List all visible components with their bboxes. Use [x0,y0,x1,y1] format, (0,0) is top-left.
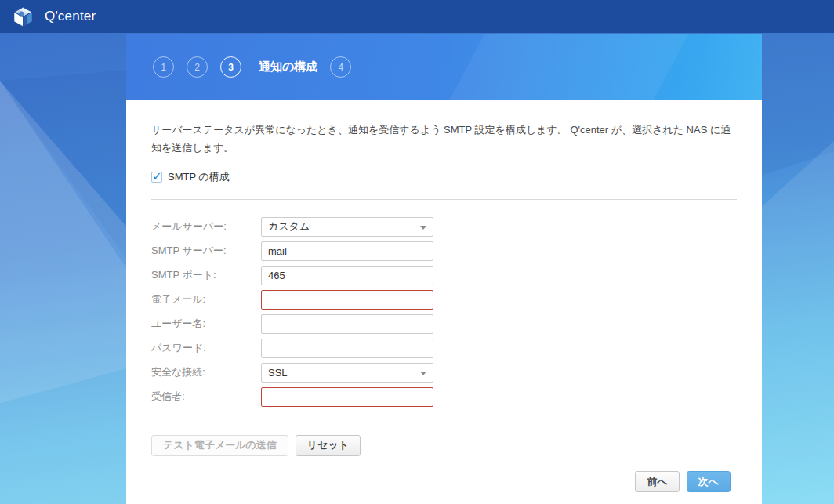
chevron-down-icon [420,372,426,375]
form-row-mail-server: メールサーバー: カスタム [151,217,737,237]
wizard-nav-buttons: 前へ 次へ [635,471,731,492]
password-input[interactable] [261,339,433,358]
step-number: 3 [228,62,234,73]
username-input[interactable] [261,314,433,334]
secure-connection-label: 安全な接続: [151,365,261,379]
checkbox-label: SMTP の構成 [168,170,230,184]
form-row-password: パスワード: [151,339,737,358]
next-button[interactable]: 次へ [687,471,731,492]
form-action-buttons: テスト電子メールの送信 リセット [151,435,737,456]
email-label: 電子メール: [151,292,261,306]
mail-server-label: メールサーバー: [151,219,261,234]
smtp-form: メールサーバー: カスタム SMTP サーバー: SMTP ポート: 電子メール… [151,217,737,407]
password-label: パスワード: [151,341,261,355]
wizard-step-3-active[interactable]: 3 [220,56,241,78]
step-number: 1 [161,62,166,73]
header-streak [435,34,697,100]
recipient-input[interactable] [261,387,433,407]
selected-value: SSL [268,367,288,379]
top-navbar: Q'center [0,0,834,33]
email-input[interactable] [261,290,433,310]
section-divider [151,199,737,200]
form-row-recipient: 受信者: [151,387,737,407]
form-row-username: ユーザー名: [151,314,737,334]
step-number: 4 [339,62,344,73]
wizard-body: サーバーステータスが異常になったとき、通知を受信するよう SMTP 設定を構成し… [126,100,762,504]
smtp-port-input[interactable] [261,266,433,285]
selected-value: カスタム [268,219,310,234]
reset-button[interactable]: リセット [296,435,361,456]
username-label: ユーザー名: [151,317,261,331]
wizard-step-4[interactable]: 4 [330,56,351,78]
mail-server-select[interactable]: カスタム [261,217,433,237]
form-row-email: 電子メール: [151,290,737,310]
setup-wizard-card: 1 2 3 通知の構成 4 サーバーステータスが異常になったとき、通知を受信する… [126,34,762,504]
current-step-title: 通知の構成 [259,60,317,74]
form-row-smtp-port: SMTP ポート: [151,266,737,285]
step-number: 2 [194,62,200,73]
secure-connection-select[interactable]: SSL [261,363,433,383]
check-mark: ✓ [152,169,162,183]
wizard-step-1[interactable]: 1 [153,56,174,78]
wizard-header: 1 2 3 通知の構成 4 [126,34,762,100]
chevron-down-icon [420,226,426,230]
checkbox-checked-icon[interactable]: ✓ [151,172,162,183]
send-test-email-button[interactable]: テスト電子メールの送信 [151,435,288,456]
smtp-server-input[interactable] [261,241,433,261]
smtp-server-label: SMTP サーバー: [151,244,261,258]
recipient-label: 受信者: [151,390,261,404]
app-title: Q'center [45,9,96,24]
smtp-port-label: SMTP ポート: [151,268,261,282]
configure-smtp-checkbox[interactable]: ✓ SMTP の構成 [151,170,737,184]
form-row-smtp-server: SMTP サーバー: [151,241,737,261]
smtp-description-text: サーバーステータスが異常になったとき、通知を受信するよう SMTP 設定を構成し… [151,121,737,158]
wizard-step-2[interactable]: 2 [187,56,208,78]
previous-button[interactable]: 前へ [635,471,679,492]
qcenter-cube-logo-icon [13,6,34,27]
form-row-secure-connection: 安全な接続: SSL [151,363,737,383]
